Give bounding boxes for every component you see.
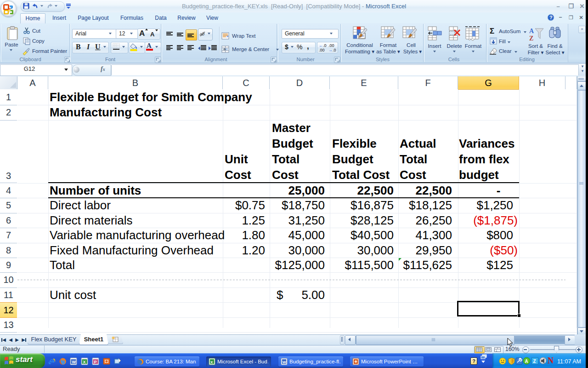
svg-text:W: W [72, 360, 76, 364]
svg-text:W: W [283, 360, 286, 364]
svg-text:ab: ab [200, 32, 204, 36]
svg-text:?: ? [549, 15, 553, 20]
svg-text:X: X [83, 360, 86, 364]
svg-text:P: P [94, 360, 97, 364]
svg-text:A: A [525, 359, 528, 364]
svg-text:Z: Z [533, 359, 536, 364]
svg-text:Z: Z [529, 35, 533, 42]
svg-text:X: X [210, 360, 213, 364]
svg-text:a: a [224, 47, 226, 51]
svg-text:A: A [529, 28, 534, 34]
